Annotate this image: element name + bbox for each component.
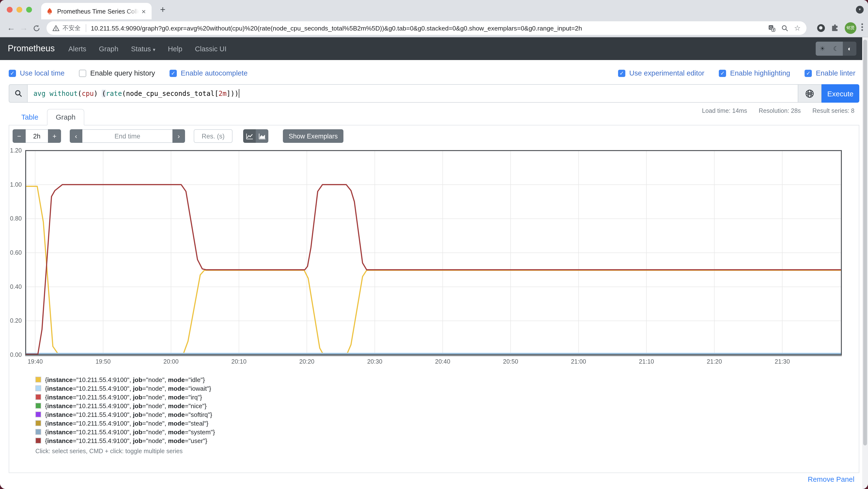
graph-svg[interactable]: 19:4019:5020:0020:1020:2020:3020:4020:50…: [9, 144, 859, 367]
legend-item-system[interactable]: {instance="10.211.55.4:9100", job="node"…: [35, 427, 859, 436]
legend-swatch: [35, 385, 41, 391]
remove-panel-link[interactable]: Remove Panel: [808, 476, 855, 483]
tab-close-icon[interactable]: ×: [141, 6, 147, 16]
x-tick-label: 20:20: [299, 358, 315, 365]
stacked-chart-icon[interactable]: [256, 129, 268, 143]
range-decrease-button[interactable]: −: [12, 129, 26, 143]
legend-swatch: [35, 403, 41, 409]
option-enable-query-history[interactable]: Enable query history: [79, 68, 155, 78]
theme-auto-button[interactable]: ◐: [843, 42, 857, 56]
x-tick-label: 21:10: [639, 358, 654, 365]
traffic-light-zoom[interactable]: [26, 7, 32, 12]
legend-item-iowait[interactable]: {instance="10.211.55.4:9100", job="node"…: [35, 384, 859, 393]
navbar-link-help[interactable]: Help: [168, 45, 182, 53]
options-left: ✓Use local timeEnable query history✓Enab…: [9, 68, 248, 78]
x-tick-label: 21:30: [775, 358, 790, 365]
query-token-plain: (: [78, 90, 82, 97]
query-row: avg without(cpu) (rate(node_cpu_seconds_…: [9, 84, 859, 103]
options-right: ✓Use experimental editor✓Enable highligh…: [618, 68, 856, 78]
new-tab-button[interactable]: +: [157, 4, 168, 15]
resolution: Resolution: 28s: [759, 107, 801, 114]
profile-avatar[interactable]: 铭贤: [845, 22, 857, 34]
navbar-link-status[interactable]: Status▾: [131, 45, 155, 53]
security-warning-icon[interactable]: [52, 25, 60, 31]
reload-icon[interactable]: [30, 22, 42, 34]
legend-help-note: Click: select series, CMD + click: toggl…: [35, 448, 859, 455]
scrollbar-thumb[interactable]: [863, 40, 867, 446]
graph-legend: {instance="10.211.55.4:9100", job="node"…: [35, 375, 859, 445]
navbar-link-alerts[interactable]: Alerts: [68, 45, 86, 53]
back-button[interactable]: ←: [5, 22, 18, 34]
checkbox[interactable]: ✓: [169, 69, 177, 77]
checkbox[interactable]: ✓: [9, 69, 16, 77]
page-content: ✓Use local timeEnable query history✓Enab…: [0, 60, 868, 489]
legend-item-idle[interactable]: {instance="10.211.55.4:9100", job="node"…: [35, 375, 859, 384]
browser-tab[interactable]: Prometheus Time Series Collec ×: [41, 3, 152, 20]
legend-item-steal[interactable]: {instance="10.211.55.4:9100", job="node"…: [35, 419, 859, 427]
checkbox[interactable]: ✓: [719, 69, 726, 77]
resolution-input[interactable]: [194, 129, 232, 143]
theme-light-button[interactable]: ☀: [816, 42, 829, 56]
tab-search-button[interactable]: ▾: [856, 6, 864, 13]
end-time-input[interactable]: [82, 129, 173, 143]
legend-item-user[interactable]: {instance="10.211.55.4:9100", job="node"…: [35, 436, 859, 445]
query-token-duration: 2m: [218, 90, 226, 97]
traffic-light-minimize[interactable]: [17, 7, 22, 12]
option-use-local-time[interactable]: ✓Use local time: [9, 68, 64, 78]
option-label: Enable query history: [90, 69, 155, 77]
bookmark-star-icon[interactable]: ☆: [794, 24, 801, 32]
query-token-plain: (node_cpu_seconds_total[: [122, 90, 219, 97]
legend-item-softirq[interactable]: {instance="10.211.55.4:9100", job="node"…: [35, 410, 859, 419]
line-chart-icon[interactable]: [243, 129, 256, 143]
option-enable-linter[interactable]: ✓Enable linter: [805, 68, 856, 78]
legend-item-irq[interactable]: {instance="10.211.55.4:9100", job="node"…: [35, 393, 859, 401]
navbar-link-graph[interactable]: Graph: [99, 45, 118, 53]
time-forward-button[interactable]: ›: [173, 129, 185, 143]
x-tick-label: 20:00: [163, 358, 179, 365]
option-enable-highlighting[interactable]: ✓Enable highlighting: [719, 68, 790, 78]
find-in-page-icon[interactable]: [781, 25, 788, 32]
browser-tab-strip: Prometheus Time Series Collec × + ▾: [0, 0, 868, 20]
option-enable-autocomplete[interactable]: ✓Enable autocomplete: [169, 68, 248, 78]
option-label: Enable linter: [816, 69, 856, 77]
x-tick-label: 21:20: [707, 358, 722, 365]
theme-dark-button[interactable]: ☾: [829, 42, 843, 56]
extensions-puzzle-icon[interactable]: [831, 24, 839, 32]
time-back-button[interactable]: ‹: [70, 129, 82, 143]
show-exemplars-button[interactable]: Show Exemplars: [283, 129, 344, 143]
legend-label: {instance="10.211.55.4:9100", job="node"…: [45, 402, 207, 410]
query-token-plain: ])): [227, 90, 239, 97]
tab-graph[interactable]: Graph: [47, 109, 84, 125]
legend-swatch: [35, 429, 41, 435]
prometheus-brand[interactable]: Prometheus: [8, 43, 55, 54]
range-input[interactable]: [26, 129, 48, 143]
query-token-paren_match: (: [102, 90, 106, 97]
option-label: Enable autocomplete: [181, 69, 248, 77]
query-expression-input[interactable]: avg without(cpu) (rate(node_cpu_seconds_…: [27, 84, 798, 103]
range-increase-button[interactable]: +: [48, 129, 61, 143]
page-scrollbar[interactable]: [862, 37, 868, 489]
checkbox[interactable]: ✓: [618, 69, 625, 77]
prometheus-favicon-icon: [46, 7, 53, 15]
menu-kebab-icon[interactable]: [861, 23, 863, 33]
security-warning-label[interactable]: 不安全: [62, 24, 81, 32]
tab-table[interactable]: Table: [12, 109, 47, 125]
traffic-light-close[interactable]: [7, 7, 12, 12]
load-time: Load time: 14ms: [702, 107, 747, 114]
navbar-link-classic-ui[interactable]: Classic UI: [195, 45, 227, 53]
metrics-explorer-button[interactable]: [798, 84, 822, 103]
extension-icon[interactable]: [817, 24, 825, 32]
legend-item-nice[interactable]: {instance="10.211.55.4:9100", job="node"…: [35, 401, 859, 410]
forward-button[interactable]: →: [18, 22, 30, 34]
legend-label: {instance="10.211.55.4:9100", job="node"…: [45, 411, 212, 418]
query-token-function: rate: [106, 90, 122, 97]
url-text[interactable]: 10.211.55.4:9090/graph?g0.expr=avg%20wit…: [91, 25, 762, 32]
y-tick-label: 0.20: [10, 317, 22, 324]
prometheus-navbar: Prometheus AlertsGraphStatus▾HelpClassic…: [0, 37, 868, 60]
url-bar[interactable]: 不安全 10.211.55.4:9090/graph?g0.expr=avg%2…: [46, 21, 806, 35]
checkbox[interactable]: ✓: [805, 69, 812, 77]
translate-icon[interactable]: G: [768, 25, 775, 32]
checkbox[interactable]: [79, 69, 86, 77]
execute-button[interactable]: Execute: [822, 84, 859, 103]
option-use-experimental-editor[interactable]: ✓Use experimental editor: [618, 68, 704, 78]
